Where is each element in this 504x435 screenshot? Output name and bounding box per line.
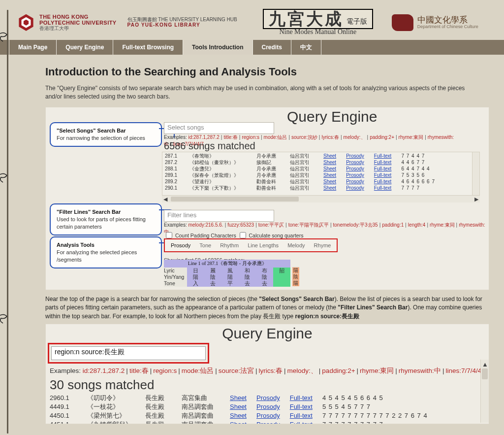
scrollbar-2[interactable]: ▲ [480, 360, 489, 423]
song-row: 4449.1《一枝花》長生殿南呂調套曲SheetProsodyFull-text… [50, 402, 489, 411]
scroll-down-icon[interactable]: ▼ [473, 190, 478, 195]
scroll-left-icon[interactable]: ◀ [162, 196, 169, 202]
song-row: 287.1《春莺啭》月令承應仙呂宮引SheetProsodyFull-text7… [165, 153, 435, 159]
prosody-link[interactable]: Prosody [256, 402, 280, 411]
example-link[interactable]: region:s [153, 367, 177, 374]
nav-full-text-browsing[interactable]: Full-text Browsing [113, 40, 183, 55]
full-text-link[interactable]: Full-text [374, 159, 392, 166]
h-scrollbar[interactable]: ◀ ▶ [162, 195, 480, 202]
full-text-link[interactable]: Full-text [374, 178, 392, 185]
combined-search-input[interactable]: region:n source:長生殿 [51, 346, 206, 360]
nav-中文[interactable]: 中文 [291, 40, 321, 55]
main-nav: Main PageQuery EngineFull-text BrowsingT… [0, 40, 504, 55]
example-link[interactable]: title:春 [129, 367, 149, 374]
scrollbar-thumb[interactable] [473, 153, 478, 164]
example-link[interactable]: region:s [242, 134, 259, 140]
calc-quarters-label: Calculate song quarters [249, 233, 304, 238]
full-text-link[interactable]: Full-text [290, 420, 313, 424]
sheet-link[interactable]: Sheet [230, 411, 247, 420]
prosody-link[interactable]: Prosody [346, 172, 364, 178]
example-link[interactable]: rhyme:東同 [360, 367, 394, 374]
example-link[interactable]: melody:216.5.6. [188, 222, 223, 228]
sheet-link[interactable]: Sheet [323, 172, 336, 178]
scroll-right-icon[interactable]: ▶ [473, 196, 480, 202]
combined-query-illustration: Query Engine region:n source:長生殿 Example… [45, 324, 489, 424]
prosody-link[interactable]: Prosody [256, 420, 280, 424]
prosody-link[interactable]: Prosody [346, 178, 364, 185]
sheet-link[interactable]: Sheet [230, 420, 247, 424]
count-padding-checkbox[interactable] [166, 232, 172, 238]
analysis-tools-callout: Analysis Tools For analyzing the selecte… [50, 236, 162, 268]
sheet-link[interactable]: Sheet [230, 402, 247, 411]
prosody-link[interactable]: Prosody [256, 411, 280, 420]
sheet-link[interactable]: Sheet [230, 394, 247, 402]
example-link[interactable]: source:法宮 [219, 367, 254, 374]
songs-table: 287.1《春莺啭》月令承應仙呂宮引SheetProsodyFull-text7… [165, 153, 435, 191]
intro-paragraph: The "Query Engine" consists of two separ… [45, 84, 478, 101]
scrollbar-thumb-2[interactable] [482, 368, 488, 379]
nav-credits[interactable]: Credits [253, 40, 291, 55]
example-link[interactable]: rhymeswith:中 [399, 367, 441, 374]
example-link[interactable]: fuzzy:65323 [227, 222, 254, 228]
dept-logo[interactable]: 中國文化學系 Department of Chinese Culture [392, 14, 478, 31]
full-text-link[interactable]: Full-text [374, 166, 392, 172]
page-title: Introduction to the Searching and Analys… [45, 66, 489, 78]
tab-melody[interactable]: Melody [287, 242, 305, 248]
example-link[interactable]: melody:、 [344, 134, 366, 140]
full-text-link[interactable]: Full-text [290, 394, 313, 402]
tab-tone[interactable]: Tone [199, 242, 211, 248]
sheet-link[interactable]: Sheet [323, 153, 336, 159]
example-link[interactable]: lyrics:春 [321, 134, 339, 140]
example-link[interactable]: tonemelody:平3去35 [333, 222, 378, 228]
example-link[interactable]: mode:仙呂 [264, 134, 287, 140]
polyu-logo[interactable]: THE HONG KONG POLYTECHNIC UNIVERSITY 香港理… [18, 14, 117, 31]
tab-rhythm[interactable]: Rhythm [220, 242, 239, 248]
example-link[interactable]: id:287.1,287.2 [188, 134, 219, 140]
example-link[interactable]: padding:2+ [322, 367, 355, 374]
tab-line-lengths[interactable]: Line Lengths [248, 242, 279, 248]
example-link[interactable]: padding:1 [382, 222, 404, 228]
site-title-logo[interactable]: 九宮大成 電子版 Nine Modes Manual Online [263, 9, 373, 36]
sheet-link[interactable]: Sheet [323, 185, 336, 191]
prosody-link[interactable]: Prosody [346, 159, 364, 166]
example-link[interactable]: melody:、 [287, 367, 317, 374]
full-text-link[interactable]: Full-text [290, 402, 313, 411]
nav-main-page[interactable]: Main Page [9, 40, 57, 55]
nav-query-engine[interactable]: Query Engine [57, 40, 113, 55]
library-logo[interactable]: 包玉剛圖書館 THE UNIVERSITY LEARNING HUB PAO Y… [127, 17, 237, 28]
example-link[interactable]: lyrics:春 [259, 367, 283, 374]
nav-tools-introduction[interactable]: Tools Introduction [183, 40, 252, 55]
prosody-link[interactable]: Prosody [346, 153, 364, 159]
example-link[interactable]: rhyme:東同 [430, 222, 455, 228]
example-link[interactable]: tone:平平仄 [258, 222, 284, 228]
select-songs-input[interactable]: Select songs [164, 122, 274, 134]
h-scrollbar-thumb[interactable] [171, 197, 299, 201]
example-link[interactable]: padding:2+ [370, 134, 394, 140]
example-link[interactable]: source:浣紗 [291, 134, 317, 140]
example-link[interactable]: rhyme:東同 [399, 134, 424, 140]
sheet-link[interactable]: Sheet [323, 166, 336, 172]
example-link[interactable]: length:4 [408, 222, 426, 228]
sheet-link[interactable]: Sheet [323, 159, 336, 166]
example-link[interactable]: mode:仙呂 [182, 367, 214, 374]
prosody-link[interactable]: Prosody [256, 394, 280, 402]
calc-quarters-checkbox[interactable] [240, 232, 246, 238]
song-row: 4450.1《梁州第七》長生殿南呂調套曲SheetProsodyFull-tex… [50, 411, 489, 420]
full-text-link[interactable]: Full-text [374, 153, 392, 159]
prosody-link[interactable]: Prosody [346, 166, 364, 172]
full-text-link[interactable]: Full-text [374, 172, 392, 178]
full-text-link[interactable]: Full-text [290, 411, 313, 420]
song-row: 2960.1《叨叨令》長生殿高宮集曲SheetProsodyFull-text4… [50, 394, 489, 402]
filter-lines-input[interactable]: Filter lines [164, 210, 274, 222]
full-text-link[interactable]: Full-text [374, 185, 392, 191]
song-row: 289.2《望遠行》勸善金科仙呂宮引SheetProsodyFull-text4… [165, 178, 435, 185]
example-link[interactable]: tone:平陽平陰仄平 [288, 222, 329, 228]
tab-rhyme[interactable]: Rhyme [314, 242, 331, 248]
song-row: 287.2《錦橙仙（畫堂秋）》簇御記仙呂宮引SheetProsodyFull-t… [165, 159, 435, 166]
sheet-link[interactable]: Sheet [323, 178, 336, 185]
scroll-up-icon[interactable]: ▲ [482, 361, 488, 368]
example-link[interactable]: title:春 [223, 134, 237, 140]
prosody-link[interactable]: Prosody [346, 185, 364, 191]
example-link[interactable]: id:287.1,287.2 [83, 367, 125, 374]
tab-prosody[interactable]: Prosody [171, 242, 190, 248]
